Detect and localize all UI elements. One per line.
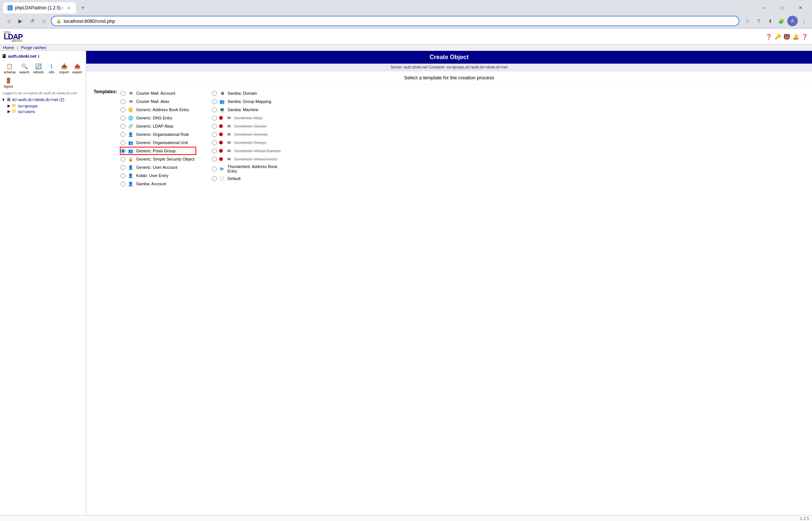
template-item-left-7[interactable]: 👥Generic: Posix Group bbox=[120, 147, 196, 155]
groups-toggle[interactable]: ▶ bbox=[7, 104, 10, 108]
template-label-right-2[interactable]: Samba: Machine bbox=[227, 107, 258, 112]
template-label-right-7[interactable]: Sendmail: Virtual Domain bbox=[234, 149, 281, 153]
template-label-right-0[interactable]: Samba: Domain bbox=[227, 91, 257, 95]
template-radio-left-3[interactable] bbox=[121, 116, 125, 121]
translate-icon[interactable]: T bbox=[754, 16, 764, 26]
template-item-left-10[interactable]: 👤Kolab: User Entry bbox=[120, 171, 196, 180]
template-item-left-1[interactable]: ✉Courier Mail: Alias bbox=[120, 97, 196, 106]
template-item-left-8[interactable]: 🔒Generic: Simple Security Object bbox=[120, 155, 196, 163]
template-label-left-5[interactable]: Generic: Organisational Role bbox=[136, 132, 189, 137]
template-label-left-4[interactable]: Generic: LDAP Alias bbox=[136, 124, 173, 128]
template-label-left-9[interactable]: Generic: User Account bbox=[136, 165, 177, 170]
back-button[interactable]: ◀ bbox=[3, 16, 13, 26]
sidebar-action-import[interactable]: 📥 import bbox=[58, 61, 70, 75]
template-radio-left-9[interactable] bbox=[121, 165, 125, 170]
sidebar-action-search[interactable]: 🔍 search bbox=[18, 61, 31, 75]
template-radio-left-7[interactable] bbox=[121, 149, 125, 153]
template-item-left-0[interactable]: ✉Courier Mail: Account bbox=[120, 89, 196, 97]
template-item-right-4[interactable]: ✉Sendmail: Cluster bbox=[211, 122, 288, 130]
template-radio-left-4[interactable] bbox=[121, 124, 125, 129]
template-label-right-10[interactable]: Default bbox=[227, 176, 240, 181]
forward-button[interactable]: ▶ bbox=[15, 16, 25, 26]
server-info-icon[interactable]: ℹ bbox=[38, 54, 39, 58]
home-button[interactable]: ⌂ bbox=[39, 16, 49, 26]
template-label-left-3[interactable]: Generic: DNS Entry bbox=[136, 116, 172, 120]
template-radio-left-8[interactable] bbox=[121, 157, 125, 162]
template-radio-right-9[interactable] bbox=[212, 167, 217, 171]
settings-icon[interactable]: ⋮ bbox=[799, 16, 809, 26]
template-label-right-4[interactable]: Sendmail: Cluster bbox=[234, 124, 267, 128]
tree-toggle[interactable]: ▼ bbox=[1, 98, 5, 102]
tree-child-groups[interactable]: ▶ 📁 ou=groups bbox=[7, 103, 84, 109]
template-radio-right-2[interactable] bbox=[212, 107, 217, 112]
template-label-left-7[interactable]: Generic: Posix Group bbox=[136, 149, 175, 153]
reload-button[interactable]: ↺ bbox=[27, 16, 37, 26]
sidebar-action-info[interactable]: ℹ info bbox=[46, 61, 57, 75]
template-item-left-11[interactable]: 👤Samba: Account bbox=[120, 180, 196, 188]
tree-root-label[interactable]: dc=auth,dc=oboki,dc=net (2) bbox=[12, 97, 64, 102]
template-item-left-2[interactable]: 📒Generic: Address Book Entry bbox=[120, 106, 196, 114]
server-name[interactable]: auth.oboki.net bbox=[8, 54, 36, 58]
template-radio-right-4[interactable] bbox=[212, 124, 217, 129]
sidebar-action-refresh[interactable]: 🔄 refresh bbox=[32, 61, 45, 75]
template-label-left-10[interactable]: Kolab: User Entry bbox=[136, 173, 168, 178]
template-radio-left-0[interactable] bbox=[121, 91, 125, 96]
template-item-left-6[interactable]: 👥Generic: Organisational Unit bbox=[120, 138, 196, 147]
template-radio-right-3[interactable] bbox=[212, 116, 217, 121]
template-label-left-2[interactable]: Generic: Address Book Entry bbox=[136, 107, 189, 112]
new-tab-button[interactable]: + bbox=[78, 3, 88, 13]
home-link[interactable]: Home bbox=[3, 45, 14, 50]
tree-child-users[interactable]: ▶ 📁 ou=users bbox=[7, 109, 84, 114]
browser-tab-active[interactable]: L phpLDAPadmin (1.2.5) - ✕ bbox=[3, 2, 76, 13]
template-label-right-5[interactable]: Sendmail: Domain bbox=[234, 132, 268, 137]
help-icon[interactable]: ❓ bbox=[765, 33, 772, 40]
template-item-left-9[interactable]: 👤Generic: User Account bbox=[120, 163, 196, 171]
template-radio-left-5[interactable] bbox=[121, 132, 125, 137]
template-item-right-7[interactable]: ✉Sendmail: Virtual Domain bbox=[211, 147, 288, 155]
devil-icon[interactable]: 👹 bbox=[783, 33, 790, 40]
minimize-button[interactable]: ─ bbox=[756, 1, 773, 15]
template-item-right-5[interactable]: ✉Sendmail: Domain bbox=[211, 130, 288, 138]
alert-icon[interactable]: 🔔 bbox=[792, 33, 799, 40]
template-label-right-3[interactable]: Sendmail: Alias bbox=[234, 116, 262, 120]
maximize-button[interactable]: □ bbox=[774, 1, 791, 15]
users-label[interactable]: ou=users bbox=[18, 109, 35, 114]
template-label-left-1[interactable]: Courier Mail: Alias bbox=[136, 99, 169, 104]
template-radio-right-1[interactable] bbox=[212, 99, 217, 104]
template-radio-right-0[interactable] bbox=[212, 91, 217, 96]
template-radio-right-7[interactable] bbox=[212, 149, 217, 153]
groups-label[interactable]: ou=groups bbox=[18, 104, 37, 108]
template-radio-right-8[interactable] bbox=[212, 157, 217, 162]
template-radio-left-10[interactable] bbox=[121, 173, 125, 178]
template-item-right-1[interactable]: 👥Samba: Group Mapping bbox=[211, 97, 288, 106]
template-label-left-8[interactable]: Generic: Simple Security Object bbox=[136, 157, 194, 161]
template-radio-right-6[interactable] bbox=[212, 140, 217, 145]
template-radio-right-5[interactable] bbox=[212, 132, 217, 137]
template-item-right-3[interactable]: ✉Sendmail: Alias bbox=[211, 114, 288, 122]
close-button[interactable]: ✕ bbox=[792, 1, 809, 15]
key-icon[interactable]: 🔑 bbox=[774, 33, 781, 40]
sidebar-action-export[interactable]: 📤 export bbox=[71, 61, 84, 75]
template-label-right-9[interactable]: Thunderbird: Address Book Entry bbox=[227, 164, 287, 173]
sidebar-action-logout[interactable]: 🚪 logout bbox=[2, 76, 15, 89]
template-item-right-2[interactable]: 💻Samba: Machine bbox=[211, 106, 288, 114]
template-item-right-9[interactable]: 🐦Thunderbird: Address Book Entry bbox=[211, 163, 288, 174]
template-label-left-0[interactable]: Courier Mail: Account bbox=[136, 91, 175, 95]
purge-caches-link[interactable]: Purge caches bbox=[21, 45, 46, 50]
template-item-right-10[interactable]: 📄Default bbox=[211, 174, 288, 183]
bookmark-icon[interactable]: ☆ bbox=[742, 16, 753, 26]
users-toggle[interactable]: ▶ bbox=[7, 109, 10, 113]
template-radio-left-11[interactable] bbox=[121, 182, 125, 186]
template-item-left-4[interactable]: 🔗Generic: LDAP Alias bbox=[120, 122, 196, 130]
template-label-right-8[interactable]: Sendmail: Virtual Users bbox=[234, 157, 277, 161]
tab-close-button[interactable]: ✕ bbox=[66, 5, 72, 11]
template-item-left-5[interactable]: 👤Generic: Organisational Role bbox=[120, 130, 196, 138]
template-label-right-6[interactable]: Sendmail: Relays bbox=[234, 140, 266, 145]
download-icon[interactable]: ⬇ bbox=[765, 16, 775, 26]
template-label-left-6[interactable]: Generic: Organisational Unit bbox=[136, 140, 188, 145]
template-item-right-0[interactable]: 🖥Samba: Domain bbox=[211, 89, 288, 97]
template-item-right-6[interactable]: ✉Sendmail: Relays bbox=[211, 138, 288, 147]
sidebar-action-schema[interactable]: 📋 schema bbox=[2, 61, 17, 75]
address-bar[interactable]: 🔒 localhost:8080/cmd.php bbox=[51, 16, 739, 26]
template-radio-left-6[interactable] bbox=[121, 140, 125, 145]
